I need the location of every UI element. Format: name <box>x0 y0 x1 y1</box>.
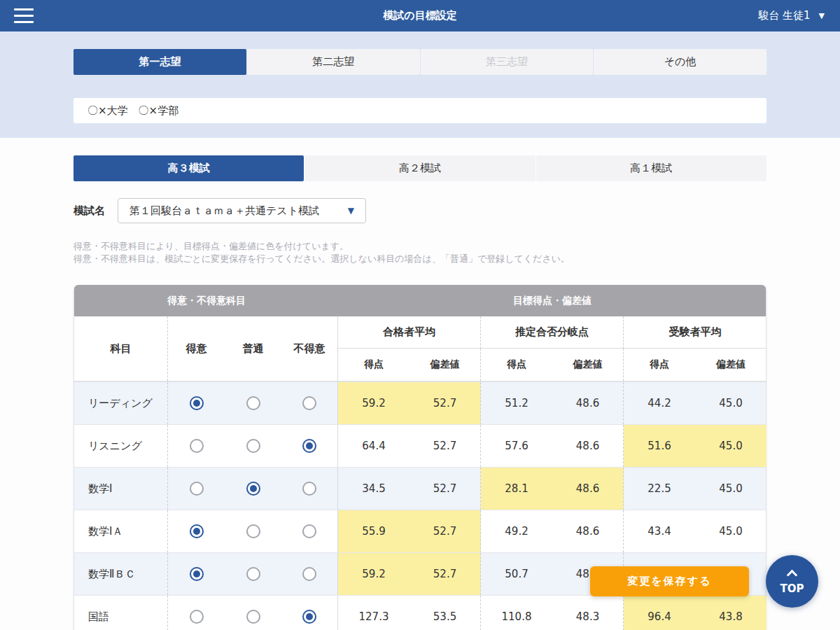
user-menu[interactable]: 駿台 生徒1 ▼ <box>758 0 825 31</box>
band-target-header: 目標得点・偏差値 <box>339 285 766 316</box>
radio-nigate[interactable] <box>302 567 316 581</box>
radio-futsuu[interactable] <box>246 524 260 538</box>
value-pass-score: 34.5 <box>338 468 410 510</box>
value-taker-dev: 45.0 <box>695 382 766 424</box>
group-header-taker-avg: 受験者平均 <box>624 316 766 349</box>
tab-choice-第三志望: 第三志望 <box>421 49 594 75</box>
scroll-top-button[interactable]: TOP <box>766 555 818 608</box>
radio-cell-nigate <box>281 468 338 510</box>
tab-choice-第二志望[interactable]: 第二志望 <box>247 49 420 75</box>
help-line-1: 得意・不得意科目により、目標得点・偏差値に色を付けています。 <box>74 240 766 253</box>
value-pass-dev: 53.5 <box>410 596 481 630</box>
tab-grade-高２模試[interactable]: 高２模試 <box>304 155 535 181</box>
exam-row: 模試名 第１回駿台ａｔａｍａ＋共通テスト模試 ▼ <box>74 198 766 223</box>
value-taker-dev: 45.0 <box>695 510 766 552</box>
radio-tokui[interactable] <box>190 610 204 624</box>
help-text: 得意・不得意科目により、目標得点・偏差値に色を付けています。 得意・不得意科目は… <box>74 240 766 265</box>
subject-cell: 数学Ⅰ <box>74 468 168 510</box>
subject-column-header: 科目 <box>74 316 168 381</box>
value-border-score: 57.6 <box>481 425 552 467</box>
value-taker-dev: 45.0 <box>695 425 766 467</box>
radio-nigate[interactable] <box>302 439 316 453</box>
value-border-score: 51.2 <box>481 382 552 424</box>
table-band: 得意・不得意科目 目標得点・偏差値 <box>74 285 766 316</box>
value-pass-dev: 52.7 <box>410 382 481 424</box>
value-taker-score: 43.4 <box>624 510 695 552</box>
tab-choice-第一志望[interactable]: 第一志望 <box>74 49 246 75</box>
radio-cell-tokui <box>168 382 225 424</box>
subject-cell: リーディング <box>74 382 168 424</box>
subject-cell: 数学ⅡＢＣ <box>74 553 168 595</box>
table-row: リーディング 59.2 52.7 51.2 48.6 44.2 45.0 <box>74 382 766 424</box>
group-header-pass-avg: 合格者平均 <box>338 316 481 349</box>
radio-nigate[interactable] <box>302 482 316 496</box>
subject-cell: リスニング <box>74 425 168 467</box>
band-skill-header: 得意・不得意科目 <box>74 285 339 316</box>
sub-header-dev: 偏差値 <box>410 349 481 381</box>
radio-tokui[interactable] <box>190 439 204 453</box>
tab-choice-その他[interactable]: その他 <box>594 49 766 75</box>
radio-cell-futsuu <box>225 510 281 552</box>
choice-section: 第一志望第二志望第三志望その他 〇×大学 〇×学部 <box>0 31 840 138</box>
radio-tokui[interactable] <box>190 567 204 581</box>
sub-header-score: 得点 <box>338 349 410 381</box>
value-border-score: 49.2 <box>481 510 552 552</box>
tab-grade-高１模試[interactable]: 高１模試 <box>536 155 766 181</box>
value-pass-dev: 52.7 <box>410 510 481 552</box>
radio-tokui[interactable] <box>190 396 204 410</box>
radio-cell-futsuu <box>225 553 281 595</box>
university-field[interactable]: 〇×大学 〇×学部 <box>74 98 766 123</box>
value-taker-dev: 43.8 <box>695 596 766 630</box>
radio-tokui[interactable] <box>190 482 204 496</box>
radio-cell-futsuu <box>225 596 281 630</box>
radio-futsuu[interactable] <box>246 610 260 624</box>
value-pass-score: 59.2 <box>338 553 410 595</box>
value-pass-score: 55.9 <box>338 510 410 552</box>
radio-cell-futsuu <box>225 382 281 424</box>
radio-nigate[interactable] <box>302 524 316 538</box>
chevron-down-icon: ▼ <box>819 11 825 20</box>
page-title: 模試の目標設定 <box>0 9 840 22</box>
chevron-down-icon: ▼ <box>348 206 354 216</box>
radio-cell-tokui <box>168 425 225 467</box>
grade-tabs: 高３模試高２模試高１模試 <box>74 138 766 181</box>
value-border-score: 50.7 <box>481 553 552 595</box>
radio-cell-nigate <box>281 510 338 552</box>
radio-futsuu[interactable] <box>246 396 260 410</box>
page: 模試の目標設定 駿台 生徒1 ▼ 第一志望第二志望第三志望その他 〇×大学 〇×… <box>0 0 840 630</box>
radio-nigate[interactable] <box>302 396 316 410</box>
value-taker-score: 96.4 <box>624 596 695 630</box>
radio-futsuu[interactable] <box>246 482 260 496</box>
radio-futsuu[interactable] <box>246 439 260 453</box>
tab-grade-高３模試[interactable]: 高３模試 <box>74 155 304 181</box>
radio-cell-futsuu <box>225 468 281 510</box>
radio-futsuu[interactable] <box>246 567 260 581</box>
radio-tokui[interactable] <box>190 524 204 538</box>
user-name: 駿台 生徒1 <box>758 9 810 22</box>
value-border-dev: 48.3 <box>552 596 624 630</box>
radio-cell-tokui <box>168 510 225 552</box>
table-row: リスニング 64.4 52.7 57.6 48.6 51.6 45.0 <box>74 424 766 467</box>
radio-header-tokui: 得意 <box>168 316 225 381</box>
value-border-dev: 48.6 <box>552 468 624 510</box>
save-button[interactable]: 変更を保存する <box>590 566 749 596</box>
value-border-dev: 48.6 <box>552 425 624 467</box>
radio-cell-futsuu <box>225 425 281 467</box>
exam-select[interactable]: 第１回駿台ａｔａｍａ＋共通テスト模試 ▼ <box>118 198 366 223</box>
value-border-dev: 48.6 <box>552 510 624 552</box>
radio-cell-nigate <box>281 553 338 595</box>
top-button-label: TOP <box>780 582 804 595</box>
group-header-borderline: 推定合否分岐点 <box>481 316 624 349</box>
value-taker-score: 44.2 <box>624 382 695 424</box>
value-pass-dev: 52.7 <box>410 468 481 510</box>
top-nav: 模試の目標設定 駿台 生徒1 ▼ <box>0 0 840 31</box>
value-border-dev: 48.6 <box>552 382 624 424</box>
table-row: 数学ⅠＡ 55.9 52.7 49.2 48.6 43.4 45.0 <box>74 510 766 552</box>
value-pass-score: 127.3 <box>338 596 410 630</box>
value-pass-dev: 52.7 <box>410 425 481 467</box>
exam-select-value: 第１回駿台ａｔａｍａ＋共通テスト模試 <box>130 204 348 218</box>
radio-cell-tokui <box>168 553 225 595</box>
exam-name-label: 模試名 <box>74 204 105 218</box>
radio-cell-nigate <box>281 425 338 467</box>
radio-nigate[interactable] <box>302 610 316 624</box>
